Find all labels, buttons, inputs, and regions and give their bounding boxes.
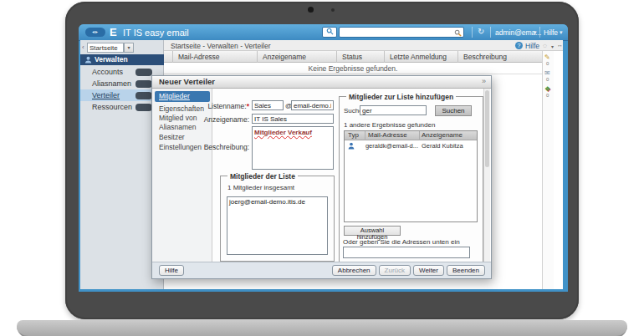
divider [490, 27, 491, 38]
column-header[interactable]: Anzeigename [422, 131, 463, 140]
app-window: ◂▸ E IT IS easy email ↻ admin@ema... ▾ H… [79, 24, 568, 292]
panel-help-link[interactable]: Hilfe [525, 42, 539, 50]
column-header[interactable]: Mail-Adresse [368, 131, 407, 140]
tab-besitzer[interactable]: Besitzer [152, 133, 212, 142]
members-count: 1 Mitglieder insgesamt [227, 184, 294, 191]
mic-dot [331, 8, 335, 12]
tab-aliasnamen[interactable]: Aliasnamen [152, 123, 212, 132]
help-menu[interactable]: Hilfe [544, 28, 558, 37]
search-results-table: Typ Mail-Adresse Anzeigename geraldk@ema… [344, 130, 478, 222]
description-value: Mitglieder Verkauf [254, 129, 312, 136]
resize-icon[interactable]: ↔ [557, 42, 563, 48]
webcam-dot [308, 7, 314, 13]
results-table-header: Mail-Adresse Anzeigename Status Letzte A… [164, 51, 542, 63]
column-header[interactable]: Beschreibung [457, 51, 542, 63]
top-bar: ◂▸ E IT IS easy email ↻ admin@ema... ▾ H… [79, 24, 568, 41]
sidebar-section-label: Verwalten [95, 55, 128, 64]
empty-results-message: Keine Ergebnisse gefunden. [164, 63, 542, 74]
search-scope-button[interactable] [322, 27, 337, 38]
users-icon [84, 56, 92, 64]
laptop-base [17, 320, 627, 336]
count-badge[interactable] [135, 80, 152, 88]
result-row[interactable]: geraldk@email-d... Gerald Kubitza [345, 140, 477, 150]
listname-input[interactable] [252, 100, 284, 110]
listname-label: Listenname:* [186, 102, 249, 110]
history-nav[interactable]: ◂▸ [85, 28, 105, 37]
cancel-button[interactable]: Abbrechen [332, 265, 376, 276]
manual-address-textarea[interactable] [343, 247, 470, 258]
tab-mitglieder[interactable]: Mitglieder [155, 91, 210, 102]
displayname-input[interactable] [252, 114, 334, 124]
divider [472, 27, 473, 38]
search-button[interactable]: Suchen [435, 105, 472, 116]
count-badge[interactable] [135, 104, 152, 111]
member-search-input[interactable] [360, 105, 427, 115]
user-icon [348, 142, 355, 150]
next-button[interactable]: Weiter [413, 265, 444, 276]
dialog-scrollbar[interactable] [483, 89, 490, 262]
add-members-legend: Mitglieder zur Liste hinzufügen [346, 93, 456, 101]
sidebar-item-label: Verteiler [92, 91, 120, 99]
column-header[interactable]: Letzte Anmeldung [384, 51, 457, 63]
search-submit-icon[interactable] [454, 29, 462, 37]
help-button[interactable]: Hilfe [159, 265, 184, 276]
manual-entry-hint: Oder geben Sie die Adressen unten ein [343, 238, 460, 246]
nav-select[interactable]: Startseite [87, 43, 124, 53]
help-icon[interactable]: ? [515, 42, 523, 49]
refresh-icon[interactable]: ↻ [478, 27, 484, 36]
sidebar-item-label: Accounts [92, 68, 123, 76]
laptop-mockup: ◂▸ E IT IS easy email ↻ admin@ema... ▾ H… [0, 0, 644, 336]
count-badge[interactable] [135, 92, 152, 99]
column-header[interactable]: Status [336, 51, 384, 63]
column-header[interactable]: Anzeigename [257, 51, 336, 63]
back-button[interactable]: Zurück [379, 265, 411, 276]
breadcrumb-bar: Startseite - Verwalten - Verteiler ? Hil… [164, 40, 563, 51]
nav-back-icon[interactable]: ‹ [82, 43, 84, 51]
scrollbar-thumb[interactable] [485, 90, 489, 167]
pencil-count: 0 [546, 61, 549, 66]
member-entry[interactable]: joerg@email-demo.itis.de [229, 198, 325, 206]
pencil-icon[interactable]: ✎ [544, 53, 550, 61]
sidebar-section-verwalten[interactable]: Verwalten [80, 54, 164, 65]
sidebar-item-label: Aliasnamen [92, 79, 131, 88]
results-count: 1 andere Ergebnisse gefunden [344, 121, 435, 129]
nav-select-arrow[interactable]: ▾ [124, 43, 134, 53]
dialog-footer: Hilfe Abbrechen Zurück Weiter Beenden [152, 262, 491, 278]
result-name: Gerald Kubitza [422, 142, 463, 150]
add-members-fieldset: Mitglieder zur Liste hinzufügen Suchen: … [339, 96, 483, 262]
settings-icon[interactable]: ◌ [543, 42, 547, 49]
divider [365, 131, 365, 140]
members-listbox[interactable]: joerg@email-demo.itis.de [227, 196, 328, 255]
palette-count: 0 [546, 93, 549, 98]
chevron-down-icon[interactable]: ▾ [534, 29, 537, 36]
chevron-down-icon[interactable]: ▾ [560, 29, 563, 36]
palette-icon[interactable]: ❖ [544, 85, 550, 93]
search-icon [326, 28, 334, 35]
finish-button[interactable]: Beenden [447, 265, 485, 276]
brand-logo: E [110, 26, 117, 38]
add-selection-button[interactable]: Auswahl hinzufügen [344, 226, 401, 236]
notification-strip: ✎ 0 ✉ 0 ❖ 0 [542, 51, 554, 289]
description-label: Beschreibung: [186, 143, 249, 151]
mail-count: 0 [546, 77, 549, 82]
description-textarea[interactable]: Mitglieder Verkauf [252, 126, 334, 170]
global-search-input[interactable] [339, 27, 464, 38]
column-header[interactable]: Mail-Adresse [172, 51, 257, 63]
count-badge[interactable] [135, 69, 152, 76]
column-header[interactable]: Typ [348, 131, 359, 140]
dialog-title: Neuer Verteiler [152, 76, 491, 89]
required-mark: * [247, 102, 249, 110]
collapse-icon[interactable]: » [482, 77, 486, 85]
chevron-down-icon[interactable]: ▾ [551, 43, 554, 49]
divider [419, 131, 420, 140]
app-title: IT IS easy email [123, 28, 189, 38]
displayname-label: Anzeigename: [186, 115, 249, 124]
sidebar-item-label: Ressourcen [92, 103, 132, 111]
mail-icon[interactable]: ✉ [544, 69, 550, 77]
members-legend: Mitglieder der Liste [227, 172, 298, 181]
forward-icon[interactable]: ▸ [95, 29, 99, 34]
results-header: Typ Mail-Adresse Anzeigename [345, 131, 477, 140]
domain-input[interactable] [291, 100, 334, 110]
neuer-verteiler-dialog: Neuer Verteiler » Mitglieder Eigenschaft… [151, 75, 492, 279]
breadcrumb: Startseite - Verwalten - Verteiler [171, 42, 271, 50]
